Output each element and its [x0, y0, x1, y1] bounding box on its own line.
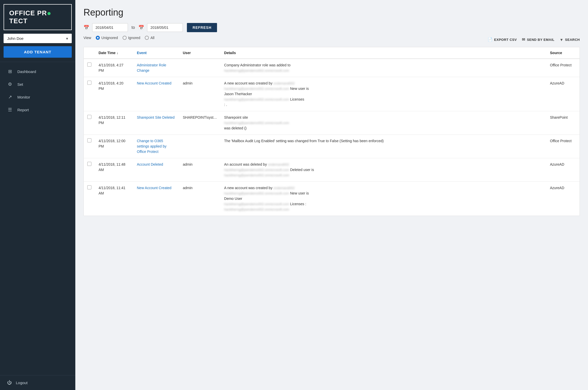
cell-datetime: 4/11/2018, 12:00 PM	[95, 135, 133, 158]
sidebar-item-label: Monitor	[17, 95, 30, 99]
export-csv-button[interactable]: 📄 EXPORT CSV	[488, 37, 517, 42]
cell-datetime: 4/11/2018, 11:48 AM	[95, 158, 133, 182]
view-ignored-label: Ignored	[128, 36, 140, 40]
view-all[interactable]: All	[145, 36, 154, 40]
row-checkbox[interactable]	[87, 138, 91, 142]
sidebar-item-label: Report	[17, 108, 29, 112]
sidebar-divider	[0, 62, 75, 62]
col-details[interactable]: Details	[221, 47, 546, 59]
logout-label: Logout	[16, 381, 28, 385]
export-icon: 📄	[488, 37, 493, 42]
radio-all-icon	[145, 36, 149, 40]
user-select[interactable]: John Doe	[4, 34, 72, 43]
cell-event: New Account Created	[133, 182, 179, 216]
sidebar-item-monitor[interactable]: ↗ Monitor	[0, 91, 75, 103]
cell-user	[179, 135, 221, 158]
blurred-user: ondemand002	[268, 162, 289, 167]
blurred-email: hacktherng@pwndemo002.onmicrosoft.com	[224, 167, 289, 173]
table-row: 4/11/2018, 12:00 PM Change to O365 setti…	[84, 135, 580, 158]
blurred-email: hacktherng@pwndemo002.onmicrosoft.com	[224, 120, 289, 126]
cell-source: AzureAD	[546, 158, 580, 182]
blurred-email: hacktherng@pwndemo002.onmicrosoft.com	[224, 173, 289, 178]
logo-dot	[47, 12, 51, 15]
table-row: 4/11/2018, 4:27 PM Administrator Role Ch…	[84, 59, 580, 77]
cell-source: Office Protect	[546, 59, 580, 77]
cell-details: A new account was created by ondemand002…	[221, 182, 546, 216]
cell-user: admin	[179, 77, 221, 111]
table-row: 4/11/2018, 12:11 PM Sharepoint Site Dele…	[84, 111, 580, 135]
col-user[interactable]: User	[179, 47, 221, 59]
table-row: 4/11/2018, 11:41 AM New Account Created …	[84, 182, 580, 216]
radio-unignored-icon	[96, 36, 100, 40]
blurred-email: hacktherng@pwndemo002.onmicrosoft.com	[224, 202, 289, 207]
search-button[interactable]: ▼ SEARCH	[560, 38, 580, 42]
add-tenant-button[interactable]: ADD TENANT	[4, 46, 72, 58]
sidebar-item-label: Dashboard	[17, 69, 36, 74]
gear-icon: ⚙	[7, 81, 13, 87]
sidebar-item-label: Set	[17, 82, 23, 87]
row-checkbox[interactable]	[87, 162, 91, 166]
power-icon: ⏻	[7, 380, 12, 385]
view-unignored-label: Unignored	[101, 36, 118, 40]
sidebar-item-report[interactable]: ☰ Report	[0, 103, 75, 116]
logo-text: OFFICE PRTECT	[9, 9, 66, 25]
cell-details: The 'Mailbox Audit Log Enabled' setting …	[221, 135, 546, 158]
calendar-icon-to: 📅	[138, 25, 144, 30]
cell-datetime: 4/11/2018, 12:11 PM	[95, 111, 133, 135]
send-email-button[interactable]: ✉ SEND BY EMAIL	[522, 37, 555, 42]
cell-event: Change to O365 settings applied by Offic…	[133, 135, 179, 158]
action-bar: 📄 EXPORT CSV ✉ SEND BY EMAIL ▼ SEARCH	[488, 37, 580, 42]
user-select-wrap[interactable]: John Doe ▼	[4, 34, 72, 43]
date-from-input[interactable]	[92, 23, 128, 32]
cell-datetime: 4/11/2018, 11:41 AM	[95, 182, 133, 216]
cell-details: Sharepoint site hacktherng@pwndemo002.on…	[221, 111, 546, 135]
view-all-label: All	[150, 36, 154, 40]
row-checkbox[interactable]	[87, 81, 91, 85]
cell-event: New Account Created	[133, 77, 179, 111]
to-label: to	[131, 25, 135, 30]
row-checkbox[interactable]	[87, 185, 91, 189]
col-source[interactable]: Source	[546, 47, 580, 59]
view-label: View	[83, 36, 91, 40]
send-email-label: SEND BY EMAIL	[527, 38, 555, 42]
export-csv-label: EXPORT CSV	[494, 38, 517, 42]
col-checkbox	[84, 47, 95, 59]
monitor-icon: ↗	[7, 94, 13, 100]
view-unignored[interactable]: Unignored	[96, 36, 118, 40]
report-table-element: Date Time ↓ Event User Details Source 4/…	[84, 47, 580, 216]
email-icon: ✉	[522, 37, 525, 42]
cell-source: Office Protect	[546, 135, 580, 158]
col-event[interactable]: Event	[133, 47, 179, 59]
calendar-icon-from: 📅	[83, 25, 89, 30]
sidebar-item-dashboard[interactable]: ⊞ Dashboard	[0, 65, 75, 78]
cell-event: Sharepoint Site Deleted	[133, 111, 179, 135]
col-datetime[interactable]: Date Time ↓	[95, 47, 133, 59]
blurred-user: ondemand002	[273, 186, 295, 191]
row-checkbox[interactable]	[87, 63, 91, 67]
cell-event: Administrator Role Change	[133, 59, 179, 77]
blurred-email: hacktherng@pwndemo002.onmicrosoft.com	[224, 68, 289, 73]
view-ignored[interactable]: Ignored	[123, 36, 140, 40]
logo-area: OFFICE PRTECT	[4, 4, 72, 30]
date-to-input[interactable]	[147, 23, 183, 32]
main-content: Reporting 📅 to 📅 REFRESH View Unignored …	[75, 0, 588, 390]
blurred-email: hacktherng@pwndemo002.onmicrosoft.com	[224, 191, 289, 196]
blurred-email: hacktherng@pwndemo002.onmicrosoft.com	[224, 86, 289, 91]
sidebar-item-set[interactable]: ⚙ Set	[0, 78, 75, 91]
sidebar-bottom[interactable]: ⏻ Logout	[0, 375, 75, 390]
report-icon: ☰	[7, 107, 13, 113]
blurred-email: hacktherng@pwndemo002.onmicrosoft.com	[224, 97, 289, 102]
dashboard-icon: ⊞	[7, 69, 13, 74]
cell-source: SharePoint	[546, 111, 580, 135]
row-checkbox[interactable]	[87, 115, 91, 119]
radio-ignored-icon	[123, 36, 127, 40]
cell-user: admin	[179, 158, 221, 182]
nav-items: ⊞ Dashboard ⚙ Set ↗ Monitor ☰ Report	[0, 63, 75, 375]
page-title: Reporting	[83, 7, 580, 18]
blurred-user: ondemand002	[273, 81, 295, 86]
sidebar: OFFICE PRTECT John Doe ▼ ADD TENANT ⊞ Da…	[0, 0, 75, 390]
refresh-button[interactable]: REFRESH	[187, 23, 217, 32]
table-header-row: Date Time ↓ Event User Details Source	[84, 47, 580, 59]
top-bar-row: View Unignored Ignored All 📄 EXPORT CSV …	[83, 36, 580, 43]
cell-details: Company Administrator role was added to …	[221, 59, 546, 77]
